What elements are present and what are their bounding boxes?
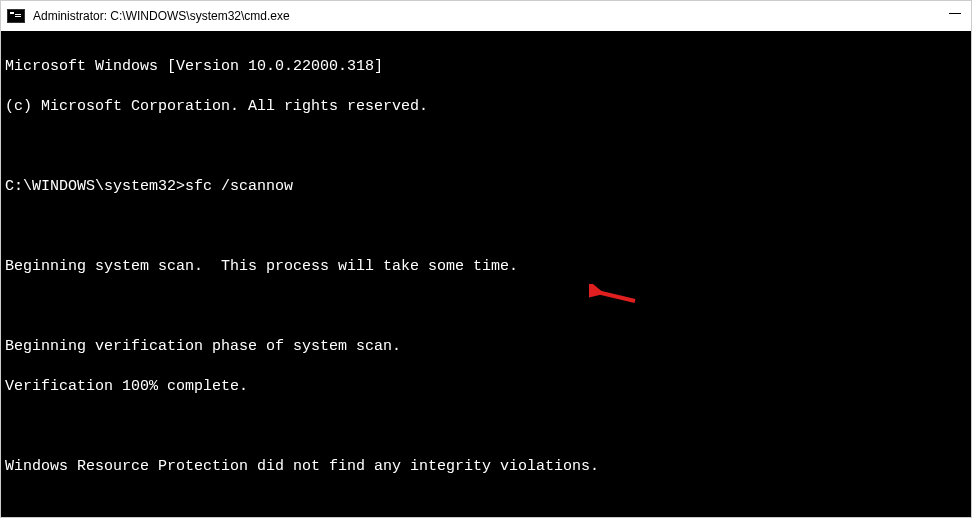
terminal-line: Beginning system scan. This process will…: [5, 257, 967, 277]
cmd-window: Administrator: C:\WINDOWS\system32\cmd.e…: [0, 0, 972, 518]
cmd-app-icon: [7, 9, 25, 23]
terminal-line: Microsoft Windows [Version 10.0.22000.31…: [5, 57, 967, 77]
terminal-prompt-line: C:\WINDOWS\system32>sfc /scannow: [5, 177, 967, 197]
terminal-line: [5, 137, 967, 157]
terminal-line: [5, 297, 967, 317]
terminal-line: Verification 100% complete.: [5, 377, 967, 397]
titlebar[interactable]: Administrator: C:\WINDOWS\system32\cmd.e…: [1, 1, 971, 31]
prompt-command: sfc /scannow: [185, 177, 293, 197]
window-title: Administrator: C:\WINDOWS\system32\cmd.e…: [33, 9, 290, 23]
terminal-line: [5, 417, 967, 437]
terminal-line: Windows Resource Protection did not find…: [5, 457, 967, 477]
terminal-line: (c) Microsoft Corporation. All rights re…: [5, 97, 967, 117]
terminal-line: [5, 217, 967, 237]
terminal-body[interactable]: Microsoft Windows [Version 10.0.22000.31…: [1, 31, 971, 517]
terminal-line: Beginning verification phase of system s…: [5, 337, 967, 357]
minimize-button[interactable]: [949, 13, 961, 14]
terminal-line: [5, 497, 967, 517]
prompt-path: C:\WINDOWS\system32>: [5, 177, 185, 197]
